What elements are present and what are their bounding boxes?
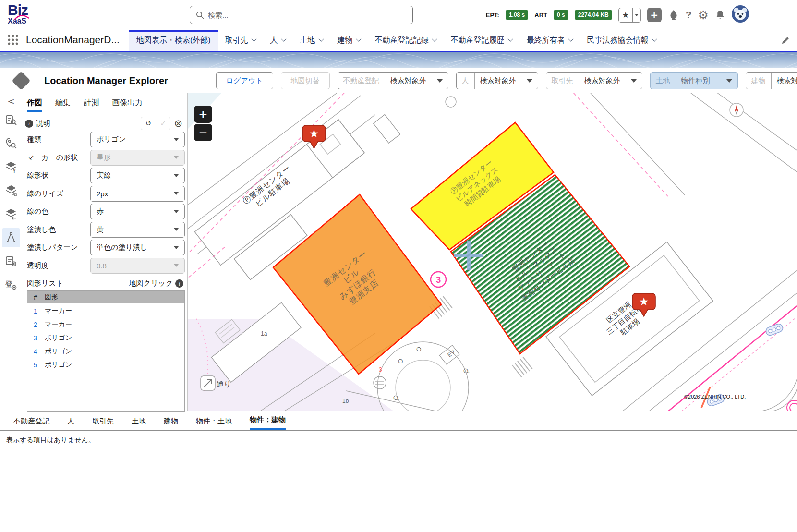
shape-type: マーカー (45, 320, 72, 329)
line-style-select[interactable]: 実線 (90, 168, 185, 183)
draw-tool-button[interactable] (2, 228, 20, 247)
fill-color-select[interactable]: 黄 (90, 222, 185, 238)
notifications-button[interactable] (715, 10, 725, 20)
result-tab-registry[interactable]: 不動産登記 (13, 417, 49, 430)
info-icon: i (25, 120, 33, 128)
field-row-line-size: 線のサイズ 2px (22, 185, 187, 203)
panel-tab-image-export[interactable]: 画像出力 (112, 98, 143, 112)
shape-list-row[interactable]: 3 ポリゴン (27, 332, 184, 343)
filter-value-dropdown[interactable]: 検索対象外 (579, 73, 642, 89)
favorite-star-icon[interactable]: ★ (619, 8, 632, 22)
nav-tab-building[interactable]: 建物 (330, 30, 368, 51)
filter-category-label: 建物 (746, 73, 772, 89)
nav-tab-civil-legal-info[interactable]: 民事法務協会情報 (580, 30, 664, 51)
zoom-in-button[interactable]: + (194, 106, 212, 123)
result-tab-building[interactable]: 建物 (164, 417, 178, 430)
nav-tab-map-search[interactable]: 地図表示・検索(外部) (129, 30, 218, 51)
caret-down-icon (174, 138, 179, 141)
shape-list-column-header: # 図形 (27, 291, 184, 303)
nav-tab-accounts[interactable]: 取引先 (218, 30, 263, 51)
lme-diamond-icon (12, 71, 31, 90)
nav-tab-registry-history[interactable]: 不動産登記履歴 (444, 30, 519, 51)
memory-badge: 2274.04 KB (575, 10, 612, 20)
marker-shape-select[interactable]: 星形 (90, 150, 185, 166)
map-viewport[interactable]: + − (188, 93, 797, 411)
draw-action-buttons: ↺ ✓ ⊗ (141, 117, 182, 130)
collapse-panel-button[interactable]: < (7, 97, 14, 106)
nav-tab-people[interactable]: 人 (263, 30, 293, 51)
edit-pencil-icon[interactable] (781, 36, 790, 45)
confirm-button[interactable]: ✓ (156, 117, 170, 130)
svg-text:Q: Q (462, 366, 470, 375)
map-switch-button[interactable]: 地図切替 (281, 72, 330, 89)
touki-add-icon: 登 (5, 278, 17, 291)
map-canvas[interactable]: Ⓟ豊洲センター ビル駐車場 豊洲センター ビル みずほ銀行 豊洲支店 Ⓟ豊洲セン… (188, 93, 797, 411)
shape-list-row[interactable]: 4 ポリゴン (27, 346, 184, 357)
setup-gear-button[interactable]: ⚙ (698, 8, 709, 22)
result-tab-property-land[interactable]: 物件：土地 (196, 417, 232, 430)
panel-tab-draw[interactable]: 作図 (27, 98, 42, 112)
location-search-tool-button[interactable] (2, 134, 20, 153)
app-launcher-waffle-icon[interactable] (7, 34, 19, 46)
registry-add-tool-button[interactable]: 登 (2, 275, 20, 294)
filter-value-label: 検索対象外 (584, 76, 620, 85)
column-header-num: # (33, 293, 38, 301)
shape-list-title: 図形リスト (27, 279, 129, 288)
shape-list-row[interactable]: 2 マーカー (27, 319, 184, 330)
result-tab-property-building[interactable]: 物件：建物 (250, 415, 286, 430)
global-search-input[interactable] (208, 11, 407, 19)
add-record-tool-button[interactable] (2, 252, 20, 271)
select-value: 実線 (97, 171, 111, 180)
cancel-draw-button[interactable]: ⊗ (174, 119, 182, 129)
shape-list-row[interactable]: 5 ポリゴン (27, 359, 184, 370)
lantern-button[interactable] (668, 9, 679, 21)
current-app-name[interactable]: LocationManagerD... (24, 34, 129, 51)
map-overlay-button[interactable] (201, 376, 215, 390)
layer-back-tool-button[interactable] (2, 205, 20, 224)
help-button[interactable]: ? (686, 9, 692, 21)
nav-tab-final-owner[interactable]: 最終所有者 (519, 30, 580, 51)
nav-tab-label: 人 (270, 36, 278, 46)
shape-type-select[interactable]: ポリゴン (90, 132, 185, 147)
app-navigation-bar: LocationManagerD... 地図表示・検索(外部) 取引先 人 土地… (0, 30, 797, 52)
result-tab-accounts[interactable]: 取引先 (92, 417, 114, 430)
search-icon (196, 11, 204, 19)
filter-value-label: 検索対象外 (390, 76, 426, 85)
field-label: マーカーの形状 (27, 153, 90, 162)
filter-value-dropdown[interactable]: 検索対象外 (385, 73, 448, 89)
nav-tab-registry-record[interactable]: 不動産登記記録 (368, 30, 444, 51)
filter-value-dropdown[interactable]: 検索対象外 (475, 73, 538, 89)
global-actions-button[interactable]: + (647, 8, 662, 22)
filter-value-label: 物件種別 (681, 76, 710, 85)
line-color-select[interactable]: 赤 (90, 204, 185, 219)
nav-tab-land[interactable]: 土地 (293, 30, 330, 51)
map-compass[interactable] (730, 103, 743, 117)
shape-list-row[interactable]: 1 マーカー (27, 305, 184, 316)
description-label: 説明 (36, 119, 50, 128)
filter-category-label: 不動産登記 (338, 73, 385, 89)
global-search[interactable] (190, 6, 413, 24)
nav-tab-label: 建物 (338, 36, 353, 46)
favorites-caret-button[interactable] (632, 8, 640, 22)
favorites-split-button[interactable]: ★ (618, 8, 641, 23)
result-tab-land[interactable]: 土地 (132, 417, 146, 430)
map-stairs (512, 357, 532, 377)
price-layer-tool-button[interactable]: ¥ (2, 157, 20, 177)
user-avatar[interactable] (732, 5, 749, 24)
panel-tab-edit[interactable]: 編集 (55, 98, 71, 112)
result-tab-people[interactable]: 人 (67, 417, 74, 430)
svg-text:Q: Q (415, 345, 423, 353)
registry-search-tool-button[interactable] (2, 110, 20, 130)
shape-number: 4 (33, 348, 38, 355)
zoom-out-button[interactable]: − (194, 124, 212, 141)
undo-button[interactable]: ↺ (141, 117, 156, 130)
line-size-select[interactable]: 2px (90, 186, 185, 202)
filter-value-dropdown[interactable]: 検索対象外 (772, 73, 797, 89)
pin-search-icon (5, 137, 17, 150)
opacity-select[interactable]: 0.8 (90, 258, 185, 274)
fill-pattern-select[interactable]: 単色の塗り潰し (90, 240, 185, 255)
logout-button[interactable]: ログアウト (216, 72, 273, 89)
grid-layer-tool-button[interactable] (2, 181, 20, 200)
filter-value-dropdown[interactable]: 物件種別 (676, 73, 737, 89)
panel-tab-measure[interactable]: 計測 (84, 98, 99, 112)
